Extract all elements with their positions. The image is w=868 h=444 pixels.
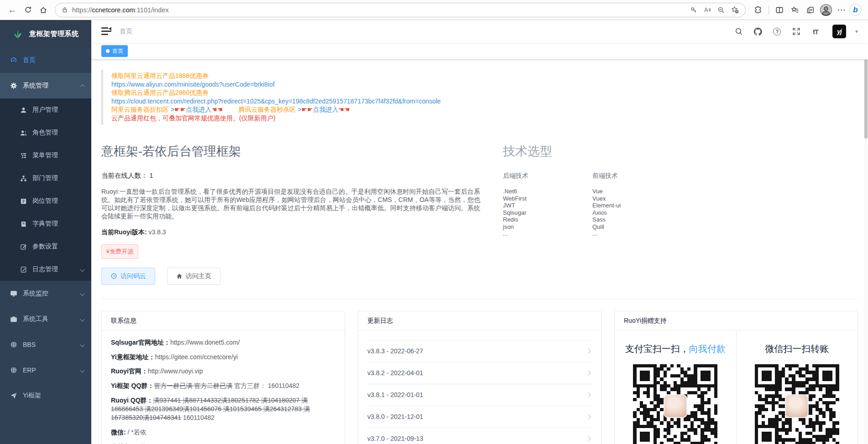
add-favorite-button[interactable] — [728, 4, 742, 16]
header-search-button[interactable] — [734, 26, 744, 36]
page-scrollbar[interactable] — [864, 20, 868, 444]
frontend-tech-column: 前端技术 Vue Vuex Element-ui Axios Sass Quil… — [592, 172, 682, 237]
sidebar-item-dict-mgmt[interactable]: 字典管理 — [0, 212, 91, 235]
browser-toolbar: ← https://ccnetcore.com:1101/index A — [0, 0, 868, 20]
changelog-row[interactable]: v3.8.3 - 2022-06-27 — [367, 341, 592, 362]
user-avatar[interactable]: yj — [832, 25, 846, 38]
changelog-row[interactable]: v3.7.0 - 2021-09-13 — [367, 428, 592, 444]
changelog-row[interactable]: v3.8.2 - 2022-04-01 — [367, 362, 592, 384]
sidebar-item-post-mgmt[interactable]: 岗位管理 — [0, 190, 91, 212]
notice-link-tencent[interactable]: https://cloud.tencent.com/redirect.php?r… — [111, 97, 858, 106]
tencent-seckill-label: 腾讯云服务器秒杀区 — [238, 106, 298, 113]
url-host: ccnetcore.com — [92, 6, 135, 14]
main-area: 首页 ? tT yj ▾ 首页 — [91, 20, 868, 444]
sidebar-item-param-settings[interactable]: 参数设置 — [0, 235, 91, 258]
sidebar-toggle-button[interactable] — [101, 27, 111, 36]
saved-password-button[interactable] — [687, 4, 701, 16]
home-solid-icon — [176, 273, 183, 279]
contact-line: Ruoyi官网：http://www.ruoyi.vip — [111, 367, 335, 376]
browser-profile-button[interactable] — [818, 2, 834, 18]
sidebar-item-system-monitor[interactable]: 系统监控 — [0, 281, 91, 306]
tech-item: Vuex — [592, 195, 682, 202]
donate-card: RuoYi捐赠支持 支付宝扫一扫，向我付款 微信扫一扫转账 — [614, 311, 858, 444]
contact-line: 微信: / *若依 — [111, 428, 335, 437]
help-button[interactable]: ? — [772, 26, 782, 36]
visit-homepage-button[interactable]: 访问主页 — [167, 268, 220, 285]
extensions-puzzle-icon — [754, 6, 762, 14]
tech-item: Element-ui — [592, 202, 682, 209]
version-label: 当前Ruoyi版本: — [101, 228, 147, 236]
qr-center-photo — [785, 394, 809, 418]
online-count: 当前在线人数： 1 — [101, 171, 480, 180]
sidebar-item-label: Yi框架 — [23, 392, 41, 400]
font-size-icon: tT — [813, 28, 818, 36]
browser-settings-button[interactable]: ⋯ — [834, 2, 849, 18]
ali-discount-label: 阿里云服务器折扣区 — [111, 106, 171, 113]
url-text: https://ccnetcore.com:1101/index — [72, 6, 687, 14]
sidebar-item-system-mgmt[interactable]: 系统管理 — [0, 73, 91, 98]
tag-active-dot — [106, 49, 110, 53]
fullscreen-icon — [792, 27, 800, 36]
tag-home[interactable]: 首页 — [101, 45, 128, 57]
github-link-button[interactable] — [753, 26, 763, 36]
page-content: 领取阿里云通用云产品1888优惠券 https://www.aliyun.com… — [91, 60, 868, 444]
refresh-icon — [24, 6, 32, 14]
sidebar-item-menu-mgmt[interactable]: 菜单管理 — [0, 144, 91, 167]
sidebar-item-dept-mgmt[interactable]: 部门管理 — [0, 167, 91, 190]
zoom-out-button[interactable] — [714, 4, 728, 16]
collections-button[interactable] — [803, 2, 818, 18]
tech-item: Vue — [592, 188, 682, 195]
frontend-list: Vue Vuex Element-ui Axios Sass Quill ... — [592, 188, 682, 237]
sidebar-item-user-mgmt[interactable]: 用户管理 — [0, 98, 91, 121]
contact-card-title: 联系信息 — [102, 311, 345, 331]
address-bar[interactable]: https://ccnetcore.com:1101/index A — [55, 3, 746, 17]
copilot-button[interactable]: b — [849, 4, 862, 16]
tree-list-icon — [20, 152, 27, 159]
favorite-star-icon — [731, 6, 739, 14]
contact-line: Sqlsugar官网地址：https://www.donet5.com/ — [111, 338, 335, 347]
pay-me-link[interactable]: 向我付款 — [689, 344, 726, 354]
sidebar-item-label: 系统管理 — [23, 82, 48, 90]
visit-gitee-button[interactable]: 访问码云 — [101, 268, 155, 285]
changelog-row[interactable]: v3.8.0 - 2021-12-01 — [367, 406, 592, 428]
sidebar-item-role-mgmt[interactable]: 角色管理 — [0, 121, 91, 144]
sidebar-item-erp[interactable]: ERP — [0, 357, 91, 383]
read-aloud-icon: A — [704, 6, 711, 14]
tech-item: Redis — [503, 216, 592, 223]
ali-enter-link[interactable]: 点我进入 — [186, 106, 211, 113]
avatar-caret-icon[interactable]: ▾ — [855, 28, 858, 35]
free-open-source-tag: ¥免费开源 — [101, 244, 138, 259]
system-mgmt-submenu: 用户管理 角色管理 菜单管理 部门管理 岗位管理 字典管理 — [0, 98, 91, 281]
browser-back-button[interactable]: ← — [5, 2, 20, 18]
read-aloud-button[interactable]: A — [701, 4, 714, 16]
chevron-right-icon — [586, 436, 591, 441]
sidebar: 意框架管理系统 首页 系统管理 用户管理 角色管理 菜单管理 — [0, 20, 91, 444]
notice-link-aliyun[interactable]: https://www.aliyun.com/minisite/goods?us… — [111, 80, 858, 89]
tech-item: JWT — [503, 202, 592, 209]
sidebar-item-system-tools[interactable]: 系统工具 — [0, 306, 91, 332]
version-line: 当前Ruoyi版本: v3.8.3 — [101, 228, 480, 237]
fullscreen-button[interactable] — [791, 26, 801, 36]
changelog-row[interactable]: v3.8.1 - 2022-01-01 — [367, 384, 592, 406]
app-logo: 意框架管理系统 — [0, 20, 91, 47]
changelog-card: 更新日志 v3.8.3 - 2022-06-27 v3.8.2 - 2022-0… — [358, 311, 601, 444]
url-scheme: https:// — [72, 6, 92, 14]
sidebar-item-log-mgmt[interactable]: 日志管理 — [0, 258, 91, 281]
split-screen-button[interactable] — [772, 2, 787, 18]
tencent-enter-link[interactable]: 点我进入 — [313, 106, 338, 113]
sidebar-item-home[interactable]: 首页 — [0, 47, 91, 73]
monitor-icon — [10, 290, 17, 297]
tech-item: Sass — [592, 216, 682, 223]
browser-refresh-button[interactable] — [20, 2, 36, 18]
sidebar-item-bbs[interactable]: BBS — [0, 332, 91, 357]
font-size-button[interactable]: tT — [810, 26, 821, 36]
sidebar-item-yi-framework[interactable]: Yi框架 — [0, 383, 91, 408]
breadcrumb[interactable]: 首页 — [120, 27, 132, 36]
sidebar-item-label: 角色管理 — [32, 129, 58, 137]
chevron-right-icon — [586, 392, 591, 397]
extensions-button[interactable] — [750, 2, 766, 18]
favorites-button[interactable] — [787, 2, 803, 18]
qr-center-photo — [664, 394, 687, 418]
browser-home-button[interactable] — [36, 2, 51, 18]
changelog-list: v3.8.3 - 2022-06-27 v3.8.2 - 2022-04-01 … — [367, 340, 592, 444]
